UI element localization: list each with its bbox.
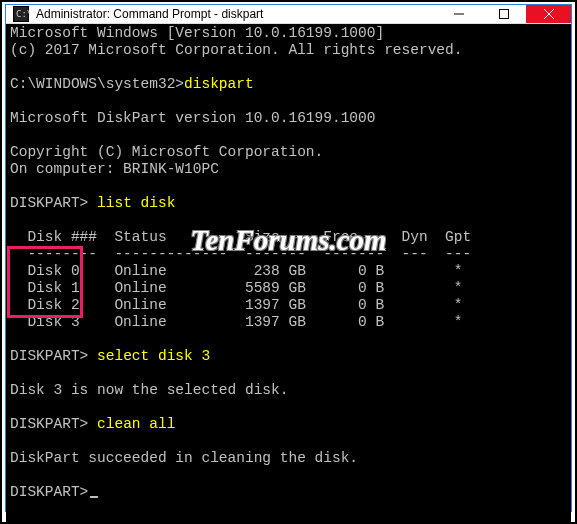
command-prompt-window: C:\ Administrator: Command Prompt - disk… [5, 4, 572, 512]
line-clean-msg: DiskPart succeeded in cleaning the disk. [10, 450, 358, 466]
close-button[interactable] [526, 5, 571, 23]
cmd-clean-all: clean all [97, 416, 175, 432]
table-separator: -------- ------------- ------- ------- -… [10, 246, 471, 262]
outer-container: C:\ Administrator: Command Prompt - disk… [0, 0, 577, 524]
line-copyright: (c) 2017 Microsoft Corporation. All righ… [10, 42, 462, 58]
line-dp-computer: On computer: BRINK-W10PC [10, 161, 219, 177]
window-title: Administrator: Command Prompt - diskpart [36, 7, 436, 21]
line-winver: Microsoft Windows [Version 10.0.16199.10… [10, 25, 384, 41]
line-select-msg: Disk 3 is now the selected disk. [10, 382, 288, 398]
line-dp-version: Microsoft DiskPart version 10.0.16199.10… [10, 110, 375, 126]
diskpart-prompt: DISKPART> [10, 348, 88, 364]
prompt-path: C:\WINDOWS\system32> [10, 76, 184, 92]
diskpart-prompt: DISKPART> [10, 416, 88, 432]
table-row: Disk 1 Online 5589 GB 0 B * [10, 280, 462, 296]
svg-rect-4 [499, 10, 508, 19]
cmd-diskpart: diskpart [184, 76, 254, 92]
cursor-icon [90, 496, 98, 498]
table-header: Disk ### Status Size Free Dyn Gpt [10, 229, 471, 245]
line-dp-copyright: Copyright (C) Microsoft Corporation. [10, 144, 323, 160]
table-row: Disk 0 Online 238 GB 0 B * [10, 263, 462, 279]
diskpart-prompt: DISKPART> [10, 195, 88, 211]
minimize-button[interactable] [436, 5, 481, 23]
table-row: Disk 3 Online 1397 GB 0 B * [10, 314, 462, 330]
cmd-list-disk: list disk [97, 195, 175, 211]
cmd-icon: C:\ [12, 5, 30, 23]
diskpart-prompt: DISKPART> [10, 484, 88, 500]
window-controls [436, 5, 571, 23]
maximize-button[interactable] [481, 5, 526, 23]
terminal-output[interactable]: Microsoft Windows [Version 10.0.16199.10… [6, 24, 571, 524]
table-row: Disk 2 Online 1397 GB 0 B * [10, 297, 462, 313]
cmd-select-disk: select disk 3 [97, 348, 210, 364]
titlebar[interactable]: C:\ Administrator: Command Prompt - disk… [6, 5, 571, 24]
svg-text:C:\: C:\ [16, 9, 29, 19]
